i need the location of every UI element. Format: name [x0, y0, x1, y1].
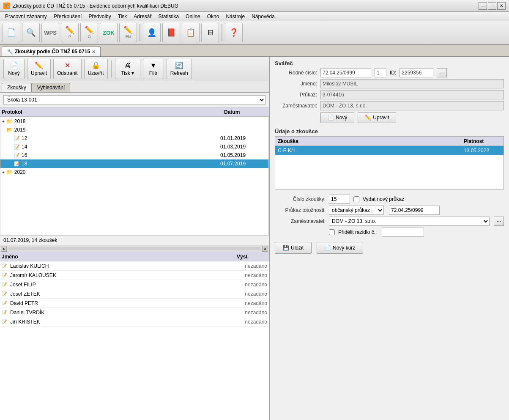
tree-area[interactable]: + 📁 2018 − 📂 2019 📝	[0, 117, 269, 235]
refresh-button[interactable]: 🔄 Refresh	[167, 59, 192, 79]
menu-tisk[interactable]: Tisk	[115, 12, 131, 21]
cand-icon-0: 📝	[0, 264, 8, 268]
toolbar-separator	[140, 24, 140, 41]
tree-label-16: 16	[22, 152, 220, 158]
candidates-header: Jméno Výsl.	[0, 252, 269, 261]
novy-label: Nový	[8, 70, 19, 76]
bottom-form: Číslo zkoušky: Vydat nový průkaz Průkaz …	[275, 195, 504, 237]
computer-icon: 🖥	[206, 29, 214, 36]
cand-row-2[interactable]: 📝 Josef FILIP nezadáno	[0, 280, 269, 289]
main-tab-zkousky[interactable]: 🔧 Zkoušky podle ČD TNŽ 05 0715 ✕	[2, 47, 101, 56]
odstranit-label: Odstranit	[57, 70, 78, 76]
toolbar-wps[interactable]: WPS	[41, 23, 59, 42]
toolbar-person[interactable]: 👤	[143, 23, 161, 42]
refresh-icon: 🔄	[175, 61, 183, 69]
svarec-novy-icon: 📄	[328, 115, 334, 121]
prukaz-totoznisti-input[interactable]	[389, 206, 440, 215]
tree-toggle-2019[interactable]: −	[2, 128, 5, 132]
tree-label-18: 18	[22, 161, 220, 167]
toolbar-edit-p[interactable]: ✏️ P	[61, 23, 79, 42]
folder-icon-2020: 📁	[6, 169, 13, 175]
novy-kurz-button[interactable]: 📄 Nový kurz	[317, 242, 363, 254]
cand-row-6[interactable]: 📝 Jiří KRISTEK nezadáno	[0, 317, 269, 327]
maximize-button[interactable]: □	[488, 2, 496, 10]
menu-statistika[interactable]: Statistika	[155, 12, 182, 21]
tree-item-12[interactable]: 📝 12 01.01.2019	[0, 134, 268, 143]
jmeno-input[interactable]	[320, 79, 504, 88]
tree-item-14[interactable]: 📝 14 01.03.2019	[0, 143, 268, 151]
zkouska-row-0[interactable]: C-E K/1 13.05.2022	[275, 146, 504, 155]
menu-online[interactable]: Online	[182, 12, 204, 21]
toolbar-en[interactable]: ✏️ EN	[119, 23, 137, 42]
tree-group-2020[interactable]: + 📁 2020	[0, 168, 268, 176]
toolbar-computer[interactable]: 🖥	[201, 23, 219, 42]
id-dots-button[interactable]: ···	[437, 68, 447, 77]
toolbar-new-doc[interactable]: 📄	[3, 23, 20, 42]
upravit-button[interactable]: ✏️ Upravit	[27, 59, 51, 79]
tree-datum-12: 01.01.2019	[220, 135, 267, 141]
cand-row-1[interactable]: 📝 Jaromír KALOUSEK nezadáno	[0, 271, 269, 280]
toolbar-edit-o[interactable]: ✏️ O	[80, 23, 98, 42]
menu-nastroje[interactable]: Nástroje	[222, 12, 248, 21]
tree-item-16[interactable]: 📝 16 01.05.2019	[0, 151, 268, 159]
tree-item-18[interactable]: 📝 18 01.07.2019	[0, 159, 268, 168]
cislo-zkousky-input[interactable]	[329, 195, 350, 204]
toolbar-help[interactable]: ❓	[225, 23, 243, 42]
main-tab-label: Zkoušky podle ČD TNŽ 05 0715	[15, 49, 90, 55]
svarec-novy-label: Nový	[336, 115, 347, 121]
uzavrit-button[interactable]: 🔒 Uzavřít	[84, 59, 108, 79]
prukaz-input[interactable]	[320, 90, 504, 99]
zamestnavatel-svarec-input[interactable]	[320, 101, 504, 110]
cand-row-0[interactable]: 📝 Ladislav KULICH nezadáno	[0, 261, 269, 271]
zamestnavatel-form-select[interactable]: DOM - ZO 13, s.r.o.	[329, 217, 490, 226]
rodne-cislo-input[interactable]	[320, 68, 371, 77]
rc-suffix-input[interactable]	[375, 68, 386, 77]
close-button[interactable]: ✕	[497, 2, 506, 10]
id-input[interactable]	[400, 68, 433, 77]
tree-group-2019[interactable]: − 📂 2019	[0, 126, 268, 134]
tree-toggle-2020[interactable]: +	[2, 170, 5, 175]
menu-napoveda[interactable]: Nápověda	[248, 12, 278, 21]
horiz-scroll[interactable]: ▲ ▲	[0, 245, 269, 252]
pridelit-razidlo-input[interactable]	[382, 228, 424, 237]
odstranit-button[interactable]: ✕ Odstranit	[53, 59, 82, 79]
toolbar-book[interactable]: 📕	[162, 23, 180, 42]
menu-pracovni-zaznamy[interactable]: Pracovní záznamy	[2, 12, 50, 21]
toolbar-search[interactable]: 🔍	[22, 23, 40, 42]
novy-button[interactable]: 📄 Nový	[3, 59, 25, 79]
scroll-right-btn[interactable]: ▲	[262, 246, 268, 252]
tree-toggle-2018[interactable]: +	[2, 119, 5, 124]
vydat-prukaz-checkbox[interactable]	[353, 196, 359, 202]
pridelit-razidlo-checkbox[interactable]	[329, 229, 335, 235]
cand-row-3[interactable]: 📝 Josef ZETEK nezadáno	[0, 289, 269, 299]
prukaz-totoznisti-select[interactable]: občanský průkaz cestovní pas jiný	[329, 206, 384, 215]
zamestnavatel-dots-button[interactable]: ···	[494, 217, 504, 226]
svarec-upravit-button[interactable]: ✏️ Upravit	[358, 112, 396, 123]
menu-adresar[interactable]: Adresář	[130, 12, 155, 21]
cand-row-4[interactable]: 📝 David PETR nezadáno	[0, 299, 269, 308]
menu-prezkouseni[interactable]: Přezkoušení	[50, 12, 85, 21]
refresh-label: Refresh	[170, 70, 188, 76]
tab-close-icon[interactable]: ✕	[92, 49, 95, 54]
filtr-button[interactable]: ▼ Filtr	[143, 59, 164, 79]
tisk-icon: 🖨	[124, 62, 131, 69]
tisk-button[interactable]: 🖨 Tisk ▾	[115, 59, 140, 79]
cand-name-2: Josef FILIP	[8, 282, 235, 288]
toolbar-zok[interactable]: ZOK	[100, 23, 118, 42]
tree-group-2018[interactable]: + 📁 2018	[0, 117, 268, 126]
tisk-label: Tisk ▾	[121, 70, 134, 76]
menu-okno[interactable]: Okno	[204, 12, 223, 21]
ulozit-button[interactable]: 💾 Uložit	[275, 242, 312, 254]
tab-vyhledavani[interactable]: Vyhledávání	[32, 83, 71, 92]
menu-predvolby[interactable]: Předvolby	[85, 12, 114, 21]
toolbar-list[interactable]: 📋	[182, 23, 200, 42]
tab-zkousky[interactable]: Zkoušky	[2, 83, 32, 92]
jmeno-row: Jméno:	[275, 79, 504, 88]
svarec-novy-button[interactable]: 📄 Nový	[320, 112, 354, 123]
vydat-prukaz-label: Vydat nový průkaz	[363, 196, 404, 202]
school-select[interactable]: Škola 13-001 Škola 13-002	[3, 95, 265, 104]
scroll-left-btn[interactable]: ▲	[1, 246, 7, 252]
minimize-button[interactable]: —	[479, 2, 487, 10]
cand-row-5[interactable]: 📝 Daniel TVRDÍK nezadáno	[0, 308, 269, 317]
file-icon-18: 📝	[14, 161, 20, 167]
